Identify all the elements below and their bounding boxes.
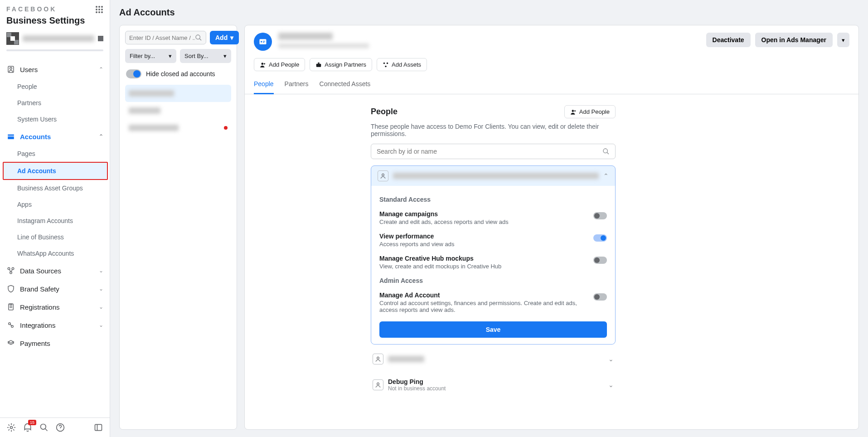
pill-label: Assign Partners bbox=[325, 61, 366, 68]
svg-point-19 bbox=[10, 427, 13, 429]
nav-section-accounts[interactable]: Accounts ⌃ bbox=[0, 127, 110, 146]
asset-search-input[interactable] bbox=[129, 34, 195, 41]
sidebar-nav: Users ⌃ People Partners System Users Acc… bbox=[0, 57, 110, 418]
tabs: People Partners Connected Assets bbox=[245, 76, 858, 94]
detail-header: Deactivate Open in Ads Manager ▾ bbox=[245, 25, 858, 58]
person-header[interactable]: ⌃ bbox=[371, 166, 615, 186]
svg-point-28 bbox=[262, 63, 264, 65]
asset-item-name bbox=[129, 107, 160, 114]
asset-item[interactable] bbox=[125, 85, 231, 102]
tab-people[interactable]: People bbox=[254, 76, 274, 94]
asset-item[interactable] bbox=[125, 102, 231, 119]
chevron-up-icon: ⌃ bbox=[99, 66, 103, 73]
data-sources-icon bbox=[6, 266, 15, 275]
nav-label: Integrations bbox=[20, 321, 55, 329]
nav-section-data-sources[interactable]: Data Sources ⌄ bbox=[0, 262, 110, 280]
person-row[interactable]: Debug Ping Not in business account ⌄ bbox=[371, 374, 616, 396]
search-icon bbox=[602, 148, 610, 155]
svg-point-10 bbox=[10, 68, 12, 70]
svg-rect-26 bbox=[263, 41, 265, 41]
svg-rect-27 bbox=[263, 42, 264, 43]
nav-item-apps[interactable]: Apps bbox=[0, 196, 110, 213]
svg-point-5 bbox=[101, 9, 103, 10]
person-subtitle: Not in business account bbox=[388, 385, 446, 392]
add-assets-pill[interactable]: Add Assets bbox=[377, 58, 427, 71]
help-icon[interactable] bbox=[55, 422, 65, 432]
filter-label: Filter by... bbox=[130, 53, 155, 59]
gear-icon[interactable] bbox=[6, 422, 16, 432]
business-dropdown-icon bbox=[98, 36, 103, 41]
nav-item-system-users[interactable]: System Users bbox=[0, 111, 110, 127]
integrations-icon bbox=[6, 320, 15, 330]
detail-title bbox=[278, 33, 333, 40]
nav-item-pages[interactable]: Pages bbox=[0, 146, 110, 162]
bell-icon[interactable]: 15 bbox=[23, 422, 33, 432]
person-name: Debug Ping bbox=[388, 378, 446, 385]
business-icon bbox=[6, 32, 19, 45]
asset-item-name bbox=[129, 125, 179, 131]
hide-closed-toggle[interactable] bbox=[126, 69, 141, 78]
nav-section-brand-safety[interactable]: Brand Safety ⌄ bbox=[0, 280, 110, 298]
admin-access-heading: Admin Access bbox=[379, 277, 607, 284]
svg-point-36 bbox=[377, 357, 379, 359]
nav-section-integrations[interactable]: Integrations ⌄ bbox=[0, 316, 110, 334]
asset-search-wrap[interactable] bbox=[125, 31, 206, 44]
chevron-down-icon: ⌄ bbox=[608, 355, 614, 363]
permission-toggle[interactable] bbox=[593, 234, 607, 242]
sort-label: Sort By... bbox=[184, 53, 209, 59]
permission-toggle[interactable] bbox=[593, 257, 607, 264]
chevron-up-icon: ⌃ bbox=[99, 133, 103, 140]
svg-point-23 bbox=[196, 35, 200, 39]
nav-item-business-asset-groups[interactable]: Business Asset Groups bbox=[0, 180, 110, 196]
person-row[interactable]: ⌄ bbox=[371, 349, 616, 369]
add-person-icon bbox=[570, 109, 577, 115]
person-name bbox=[388, 356, 424, 362]
svg-point-32 bbox=[385, 65, 387, 67]
tab-partners[interactable]: Partners bbox=[285, 76, 309, 94]
svg-point-8 bbox=[101, 11, 103, 13]
caret-down-icon: ▾ bbox=[169, 53, 172, 59]
asset-item[interactable] bbox=[125, 119, 231, 136]
filter-dropdown[interactable]: Filter by... ▾ bbox=[125, 49, 176, 63]
add-people-pill[interactable]: Add People bbox=[254, 58, 305, 71]
nav-item-whatsapp-accounts[interactable]: WhatsApp Accounts bbox=[0, 245, 110, 262]
add-person-icon bbox=[260, 62, 266, 68]
add-asset-button[interactable]: Add ▾ bbox=[210, 31, 239, 44]
permission-row: Manage Ad Account Control ad account set… bbox=[379, 288, 607, 317]
caret-down-icon: ▾ bbox=[223, 53, 227, 59]
nav-item-instagram-accounts[interactable]: Instagram Accounts bbox=[0, 213, 110, 229]
collapse-sidebar-icon[interactable] bbox=[93, 422, 103, 432]
nav-item-people[interactable]: People bbox=[0, 78, 110, 95]
permission-toggle[interactable] bbox=[593, 212, 607, 219]
chevron-up-icon: ⌃ bbox=[603, 172, 609, 180]
perm-title: View performance bbox=[379, 233, 586, 240]
permission-row: Manage Creative Hub mockups View, create… bbox=[379, 251, 607, 273]
nav-item-partners[interactable]: Partners bbox=[0, 95, 110, 111]
chevron-down-icon: ⌄ bbox=[99, 304, 103, 310]
permission-toggle[interactable] bbox=[593, 293, 607, 301]
add-people-button[interactable]: Add People bbox=[564, 105, 616, 118]
save-button[interactable]: Save bbox=[379, 321, 607, 338]
business-selector[interactable] bbox=[0, 29, 110, 49]
nav-item-line-of-business[interactable]: Line of Business bbox=[0, 229, 110, 245]
more-actions-button[interactable]: ▾ bbox=[837, 33, 849, 47]
people-search[interactable] bbox=[371, 144, 616, 159]
nav-section-registrations[interactable]: Registrations ⌄ bbox=[0, 298, 110, 316]
search-icon[interactable] bbox=[39, 422, 49, 432]
svg-rect-11 bbox=[8, 135, 14, 136]
tab-connected-assets[interactable]: Connected Assets bbox=[320, 76, 371, 94]
sidebar-footer: 15 bbox=[0, 418, 110, 437]
sort-dropdown[interactable]: Sort By... ▾ bbox=[180, 49, 231, 63]
people-search-input[interactable] bbox=[377, 148, 602, 155]
nav-section-users[interactable]: Users ⌃ bbox=[0, 60, 110, 78]
open-ads-manager-button[interactable]: Open in Ads Manager bbox=[755, 33, 833, 47]
perm-title: Manage campaigns bbox=[379, 210, 586, 218]
business-name bbox=[23, 35, 94, 42]
deactivate-button[interactable]: Deactivate bbox=[706, 33, 751, 47]
svg-point-34 bbox=[603, 149, 607, 153]
svg-point-33 bbox=[572, 110, 574, 112]
app-launcher-icon[interactable] bbox=[95, 5, 103, 14]
assign-partners-pill[interactable]: Assign Partners bbox=[310, 58, 372, 71]
nav-item-ad-accounts[interactable]: Ad Accounts bbox=[3, 162, 108, 180]
nav-section-payments[interactable]: Payments bbox=[0, 334, 110, 352]
